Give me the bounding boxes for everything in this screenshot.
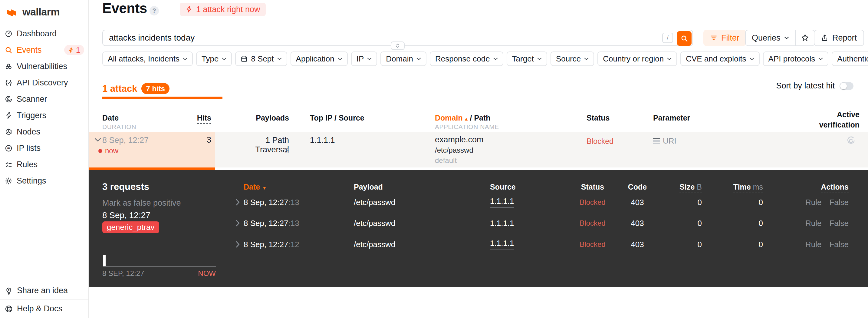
braces-check-icon <box>5 79 12 87</box>
sidebar-item-label: API Discovery <box>17 78 68 88</box>
attack-application: default <box>435 156 457 165</box>
collapse-chevron-icon[interactable] <box>94 138 101 142</box>
chip-label: 8 Sept <box>251 54 274 64</box>
req-col-header-source: Source <box>490 183 516 192</box>
expand-chevron-icon[interactable] <box>236 241 240 248</box>
filter-chip-type[interactable]: Type <box>196 52 232 66</box>
search-box: / <box>102 30 693 46</box>
checklist-icon <box>5 161 12 168</box>
brand-logo[interactable]: wallarm <box>5 6 60 18</box>
live-dot-icon <box>98 149 102 153</box>
chevron-down-icon <box>277 58 282 60</box>
attack-hits: 3 <box>180 135 211 145</box>
attack-row[interactable]: 8 Sep, 12:27 now 3 1 Path Traversal 3 1.… <box>89 132 868 168</box>
active-verification-icon[interactable] <box>846 135 856 145</box>
rule-action[interactable]: Rule <box>805 219 822 228</box>
brand-name: wallarm <box>22 6 60 18</box>
filter-chips-row: All attacks, Incidents Type 8 Sept Appli… <box>102 52 868 66</box>
bulb-icon <box>5 287 13 295</box>
sidebar-item-settings[interactable]: Settings <box>0 173 88 189</box>
request-row[interactable]: 8 Sep, 12:27:13 /etc/passwd 1.1.1.1 Bloc… <box>89 212 868 233</box>
queries-dropdown[interactable]: Queries <box>746 30 795 46</box>
rule-action[interactable]: Rule <box>805 239 822 249</box>
sidebar-nav: Dashboard Events 1 Vulnerabilities API D… <box>0 25 88 189</box>
search-button[interactable] <box>677 31 691 46</box>
events-count: 1 <box>76 46 80 55</box>
export-icon <box>821 34 828 42</box>
col-header-payloads: Payloads <box>236 114 289 122</box>
filter-button[interactable]: Filter <box>703 30 746 46</box>
request-source[interactable]: 1.1.1.1 <box>490 197 514 208</box>
filter-chip-api-protocols[interactable]: API protocols <box>763 52 829 66</box>
bolt-icon <box>68 47 74 53</box>
req-col-header-size[interactable]: Size B <box>647 183 702 192</box>
attack-path: /etc/passwd <box>435 146 473 154</box>
gauge-icon <box>5 30 12 37</box>
filter-chip-cve[interactable]: CVE and exploits <box>680 52 760 66</box>
col-header-domain-path[interactable]: Domain▲/ Path <box>435 114 491 122</box>
help-and-docs-button[interactable]: Help & Docs <box>0 299 88 318</box>
star-icon <box>801 34 809 42</box>
request-row[interactable]: 8 Sep, 12:27:13 /etc/passwd 1.1.1.1 Bloc… <box>89 192 868 212</box>
chip-label: IP <box>356 54 364 64</box>
col-header-date[interactable]: Date <box>102 114 119 122</box>
attack-payload-count: 3 <box>236 147 289 155</box>
sidebar-item-dashboard[interactable]: Dashboard <box>0 25 88 42</box>
chip-label: Authentication <box>837 54 868 64</box>
sidebar-item-api-discovery[interactable]: API Discovery <box>0 75 88 91</box>
sidebar-item-nodes[interactable]: Nodes <box>0 123 88 140</box>
main-content: Events ? 1 attack right now / Filter Que… <box>89 0 868 318</box>
filter-chip-ip[interactable]: IP <box>351 52 377 66</box>
expand-chevron-icon[interactable] <box>236 220 240 227</box>
sort-toggle[interactable] <box>840 82 854 90</box>
req-col-header-time[interactable]: Time ms <box>709 183 763 192</box>
search-expand-handle[interactable] <box>391 41 405 50</box>
rule-action[interactable]: Rule <box>805 198 822 207</box>
sidebar-item-vulnerabilities[interactable]: Vulnerabilities <box>0 58 88 75</box>
filter-chip-response-code[interactable]: Response code <box>430 52 503 66</box>
help-icon[interactable]: ? <box>150 6 159 16</box>
search-icon <box>681 35 688 42</box>
filter-chip-target[interactable]: Target <box>507 52 547 66</box>
attack-top-ip[interactable]: 1.1.1.1 <box>310 136 335 145</box>
req-col-header-actions[interactable]: Actions <box>794 183 849 192</box>
filter-chip-country[interactable]: Country or region <box>597 52 677 66</box>
false-action[interactable]: False <box>829 219 849 228</box>
expand-chevron-icon[interactable] <box>236 199 240 206</box>
sidebar-item-triggers[interactable]: Triggers <box>0 107 88 123</box>
filter-chip-date[interactable]: 8 Sept <box>235 52 287 66</box>
sidebar-item-events[interactable]: Events 1 <box>0 42 88 58</box>
request-source[interactable]: 1.1.1.1 <box>490 239 514 250</box>
share-an-idea-button[interactable]: Share an idea <box>0 282 88 299</box>
radar-icon <box>5 95 12 103</box>
filter-chip-attacks-incidents[interactable]: All attacks, Incidents <box>102 52 193 66</box>
request-source[interactable]: 1.1.1.1 <box>490 219 514 228</box>
chip-label: Country or region <box>603 54 664 64</box>
req-col-header-date[interactable]: Date▼ <box>244 183 267 192</box>
chevron-down-icon <box>537 58 542 60</box>
chevron-down-icon <box>367 58 372 60</box>
search-icon <box>5 46 12 54</box>
sidebar-item-rules[interactable]: Rules <box>0 156 88 173</box>
request-date: 8 Sep, 12:27:13 <box>244 198 299 207</box>
col-header-hits[interactable]: Hits <box>180 114 211 122</box>
col-subheader-application-name: APPLICATION NAME <box>435 123 499 131</box>
false-action[interactable]: False <box>829 239 849 249</box>
request-row[interactable]: 8 Sep, 12:27:12 /etc/passwd 1.1.1.1 Bloc… <box>89 234 868 255</box>
request-payload: /etc/passwd <box>354 239 395 249</box>
attack-alert-badge[interactable]: 1 attack right now <box>180 3 266 16</box>
filter-chip-application[interactable]: Application <box>290 52 348 66</box>
favorite-query-button[interactable] <box>796 30 814 46</box>
sidebar-item-scanner[interactable]: Scanner <box>0 91 88 107</box>
false-action[interactable]: False <box>829 198 849 207</box>
sidebar-item-ip-lists[interactable]: IP IP lists <box>0 140 88 156</box>
request-actions: Rule False <box>794 239 849 249</box>
slash-shortcut-key: / <box>662 33 673 43</box>
sort-label: Sort by latest hit <box>776 81 835 91</box>
filter-chip-authentication[interactable]: Authentication <box>832 52 868 66</box>
report-button[interactable]: Report <box>814 30 864 46</box>
toggle-knob <box>840 83 847 89</box>
filter-button-label: Filter <box>721 33 739 43</box>
filter-chip-domain[interactable]: Domain <box>380 52 427 66</box>
filter-chip-source[interactable]: Source <box>551 52 594 66</box>
